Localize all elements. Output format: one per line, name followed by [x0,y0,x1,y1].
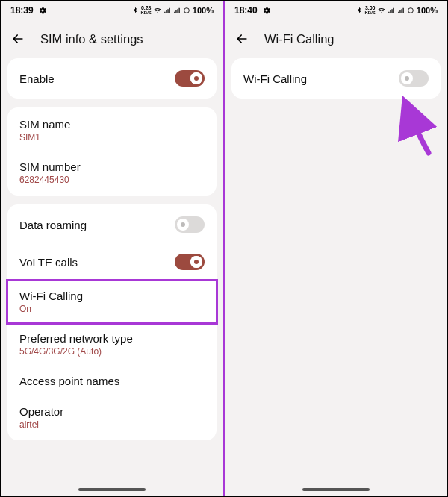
gesture-bar[interactable] [302,488,370,491]
volte-row[interactable]: VoLTE calls [7,243,217,281]
sim-name-row[interactable]: SIM name SIM1 [7,109,217,151]
signal-icon-2 [173,7,181,14]
wifi-calling-row[interactable]: Wi-Fi Calling [231,60,441,97]
settings-content: Enable SIM name SIM1 SIM number 62824454… [1,58,223,496]
page-header: SIM info & settings [1,19,223,58]
wifi-calling-value: On [19,304,31,314]
wifi-calling-row[interactable]: Wi-Fi Calling On [7,281,217,323]
apn-label: Access point names [19,375,119,387]
signal-icon [388,7,395,14]
page-title: Wi-Fi Calling [264,32,335,46]
arrow-left-icon [234,31,249,46]
status-bar: 18:40 3.00KB/S 100% [225,1,447,19]
arrow-left-icon [10,31,25,46]
bluetooth-icon [131,7,139,14]
operator-label: Operator [19,405,63,418]
data-roaming-label: Data roaming [19,219,87,231]
network-card: Data roaming VoLTE calls Wi-Fi Calling O… [7,204,217,440]
bluetooth-icon [355,7,363,14]
battery-outline-icon [407,7,414,14]
back-button[interactable] [9,30,27,48]
sim-number-label: SIM number [19,160,81,173]
clock: 18:39 [10,5,34,16]
wifi-calling-card: Wi-Fi Calling [231,58,441,99]
volte-label: VoLTE calls [19,256,78,269]
phone-left: 18:39 0.28KB/S 100% SIM info & settings … [1,1,223,496]
network-speed: 0.28KB/S [141,5,152,16]
signal-icon [164,7,171,14]
apn-row[interactable]: Access point names [7,366,217,396]
gear-icon [262,6,271,15]
gesture-bar[interactable] [78,488,146,491]
wifi-icon [154,7,161,14]
page-header: Wi-Fi Calling [225,19,447,58]
wifi-calling-label: Wi-Fi Calling [19,290,83,302]
status-bar: 18:39 0.28KB/S 100% [1,1,223,19]
signal-icon-2 [397,7,405,14]
enable-toggle[interactable] [175,70,205,87]
battery-percent: 100% [417,6,438,15]
wifi-calling-toggle[interactable] [399,70,429,87]
data-roaming-toggle[interactable] [175,216,205,233]
sim-name-label: SIM name [19,118,70,131]
clock: 18:40 [234,5,258,16]
svg-point-1 [408,8,414,13]
network-speed: 3.00KB/S [365,5,376,16]
page-title: SIM info & settings [40,32,143,46]
back-button[interactable] [233,30,251,48]
sim-card: SIM name SIM1 SIM number 6282445430 [7,107,217,196]
gear-icon [38,6,47,15]
sim-name-value: SIM1 [19,132,40,143]
preferred-network-value: 5G/4G/3G/2G (Auto) [19,346,102,357]
preferred-network-row[interactable]: Preferred network type 5G/4G/3G/2G (Auto… [7,323,217,366]
svg-point-0 [184,8,190,13]
settings-content: Wi-Fi Calling [225,58,447,496]
wifi-calling-label: Wi-Fi Calling [243,72,307,85]
sim-number-value: 6282445430 [19,175,69,185]
operator-value: airtel [19,419,39,430]
operator-row[interactable]: Operator airtel [7,396,217,439]
enable-row[interactable]: Enable [7,60,217,97]
enable-label: Enable [19,72,55,85]
battery-percent: 100% [193,6,214,15]
battery-outline-icon [183,7,190,14]
volte-toggle[interactable] [175,254,205,270]
data-roaming-row[interactable]: Data roaming [7,206,217,243]
preferred-network-label: Preferred network type [19,332,133,345]
enable-card: Enable [7,58,217,99]
phone-right: 18:40 3.00KB/S 100% Wi-Fi Calling Wi-Fi … [225,1,447,496]
wifi-icon [378,7,385,14]
sim-number-row[interactable]: SIM number 6282445430 [7,151,217,194]
